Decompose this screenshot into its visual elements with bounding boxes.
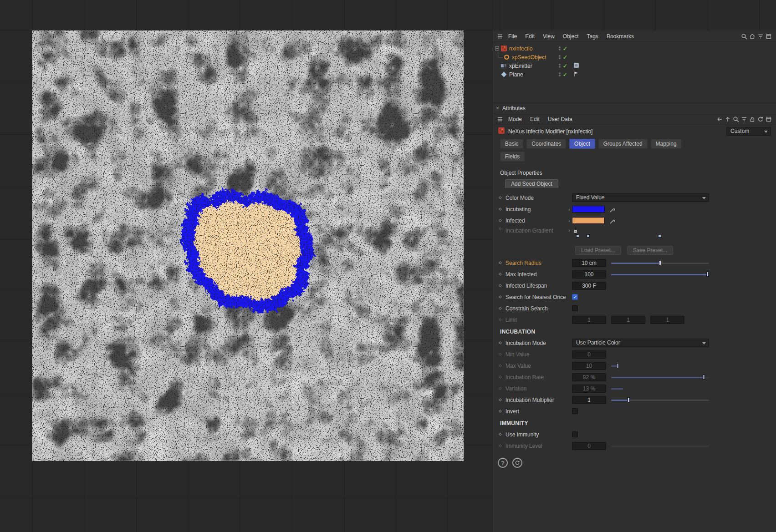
panel-icon[interactable] bbox=[765, 32, 773, 41]
menu-mode[interactable]: Mode bbox=[504, 116, 526, 122]
add-seed-object-button[interactable]: Add Seed Object bbox=[505, 179, 558, 188]
tab-object[interactable]: Object bbox=[569, 139, 595, 149]
plane-flag-icon[interactable] bbox=[573, 71, 579, 78]
search-nearest-checkbox[interactable]: ✓ bbox=[572, 294, 578, 300]
visibility-dots[interactable] bbox=[559, 46, 561, 51]
collapse-toggle-icon[interactable]: − bbox=[495, 46, 499, 51]
tab-basic[interactable]: Basic bbox=[500, 139, 523, 149]
gradient-knot-icon[interactable] bbox=[574, 230, 577, 233]
tree-row-plane[interactable]: Plane ✓ bbox=[492, 70, 776, 79]
save-preset-button[interactable]: Save Preset... bbox=[627, 246, 673, 255]
use-immunity-checkbox[interactable]: ✓ bbox=[572, 431, 578, 437]
filter-icon[interactable] bbox=[740, 115, 748, 123]
incubation-rate-slider[interactable] bbox=[611, 374, 709, 380]
viewport-render[interactable] bbox=[32, 30, 464, 461]
panel-menu-icon[interactable] bbox=[496, 32, 504, 41]
up-arrow-icon[interactable] bbox=[724, 115, 732, 123]
invert-checkbox[interactable]: ✓ bbox=[572, 408, 578, 414]
chevron-down-icon bbox=[764, 131, 768, 133]
search-radius-slider[interactable] bbox=[611, 260, 709, 266]
menu-object[interactable]: Object bbox=[559, 33, 583, 40]
reset-icon[interactable] bbox=[512, 458, 522, 468]
tree-item-label[interactable]: xpSeedObject bbox=[512, 54, 546, 61]
enabled-check-icon[interactable]: ✓ bbox=[563, 54, 567, 61]
visibility-dots[interactable] bbox=[559, 72, 561, 77]
eyedropper-icon[interactable] bbox=[609, 217, 615, 224]
visibility-dots[interactable] bbox=[559, 63, 561, 68]
enabled-check-icon[interactable]: ✓ bbox=[563, 63, 567, 69]
variation-slider[interactable] bbox=[611, 385, 709, 392]
menu-view[interactable]: View bbox=[539, 33, 559, 40]
search-icon[interactable] bbox=[732, 115, 740, 123]
max-infected-field[interactable]: 100 bbox=[572, 270, 606, 279]
tree-row-xpemitter[interactable]: xpEmitter ✓ bbox=[492, 61, 776, 70]
emitter-tag-icon[interactable] bbox=[573, 62, 579, 70]
section-title-object-properties: Object Properties bbox=[492, 167, 776, 178]
variation-field[interactable]: 13 % bbox=[572, 385, 606, 393]
gradient-handle-icon[interactable] bbox=[576, 234, 579, 238]
color-mode-dropdown[interactable]: Fixed Value bbox=[572, 193, 709, 202]
immunity-level-slider[interactable] bbox=[611, 443, 709, 449]
constrain-search-checkbox[interactable]: ✓ bbox=[572, 305, 578, 311]
infected-color-swatch[interactable] bbox=[572, 217, 605, 224]
preset-dropdown[interactable]: Custom bbox=[726, 127, 771, 136]
visibility-dots[interactable] bbox=[559, 55, 561, 60]
incubation-rate-field[interactable]: 92 % bbox=[572, 373, 606, 381]
search-radius-field[interactable]: 10 cm bbox=[572, 259, 606, 267]
help-icon[interactable]: ? bbox=[498, 458, 508, 468]
limit-x-field[interactable]: 1 bbox=[572, 316, 606, 324]
load-preset-button[interactable]: Load Preset... bbox=[575, 246, 621, 255]
immunity-level-field[interactable]: 0 bbox=[572, 442, 606, 450]
new-panel-icon[interactable] bbox=[765, 115, 773, 123]
tab-groups-affected[interactable]: Groups Affected bbox=[598, 139, 648, 149]
expand-chevron-icon[interactable]: › bbox=[568, 218, 572, 223]
incubation-gradient-bar[interactable] bbox=[575, 227, 576, 234]
menu-edit[interactable]: Edit bbox=[526, 116, 544, 122]
tree-item-label[interactable]: xpEmitter bbox=[509, 63, 532, 69]
gradient-handle-icon[interactable] bbox=[658, 234, 661, 238]
gradient-handle-icon[interactable] bbox=[587, 234, 590, 238]
menu-user-data[interactable]: User Data bbox=[544, 116, 577, 122]
param-row-min-value: Min Value 0 bbox=[492, 349, 776, 360]
close-icon[interactable]: × bbox=[496, 105, 502, 111]
max-value-field[interactable]: 10 bbox=[572, 362, 606, 370]
attributes-header: × Attributes bbox=[492, 103, 776, 113]
eyedropper-icon[interactable] bbox=[609, 206, 615, 213]
panel-menu-icon[interactable] bbox=[496, 115, 504, 123]
incubation-multiplier-slider[interactable] bbox=[611, 397, 709, 403]
incubating-color-swatch[interactable] bbox=[572, 206, 605, 213]
infected-lifespan-field[interactable]: 300 F bbox=[572, 282, 606, 290]
lock-icon[interactable] bbox=[748, 115, 756, 123]
search-icon[interactable] bbox=[740, 32, 748, 41]
tree-row-nxinfectio[interactable]: − nxInfectio ✓ bbox=[492, 44, 776, 53]
infectio-object-icon bbox=[500, 45, 508, 52]
tab-mapping[interactable]: Mapping bbox=[651, 139, 682, 149]
refresh-icon[interactable] bbox=[756, 115, 765, 123]
back-arrow-icon[interactable] bbox=[715, 115, 724, 123]
filter-icon[interactable] bbox=[756, 32, 765, 41]
tree-item-label[interactable]: Plane bbox=[509, 71, 523, 78]
expand-chevron-icon[interactable]: › bbox=[568, 228, 572, 233]
tree-item-label[interactable]: nxInfectio bbox=[509, 46, 532, 52]
expand-chevron-icon[interactable]: › bbox=[568, 207, 572, 212]
incubation-mode-dropdown[interactable]: Use Particle Color bbox=[572, 339, 709, 347]
tree-row-xpseedobject[interactable]: xpSeedObject ✓ bbox=[492, 53, 776, 61]
menu-file[interactable]: File bbox=[504, 33, 521, 40]
menu-tags[interactable]: Tags bbox=[583, 33, 602, 40]
tab-fields[interactable]: Fields bbox=[500, 152, 525, 162]
incubation-multiplier-field[interactable]: 1 bbox=[572, 396, 606, 404]
menu-bookmarks[interactable]: Bookmarks bbox=[602, 33, 638, 40]
min-value-field[interactable]: 0 bbox=[572, 350, 606, 359]
limit-z-field[interactable]: 1 bbox=[650, 316, 684, 324]
limit-y-field[interactable]: 1 bbox=[611, 316, 645, 324]
attribute-tabs: Basic Coordinates Object Groups Affected… bbox=[492, 137, 776, 167]
enabled-check-icon[interactable]: ✓ bbox=[563, 71, 567, 78]
enabled-check-icon[interactable]: ✓ bbox=[563, 46, 567, 52]
tab-coordinates[interactable]: Coordinates bbox=[526, 139, 566, 149]
home-icon[interactable] bbox=[748, 32, 756, 41]
object-manager-panel: File Edit View Object Tags Bookmarks − bbox=[492, 30, 776, 103]
max-value-slider[interactable] bbox=[611, 363, 709, 369]
menu-edit[interactable]: Edit bbox=[521, 33, 539, 40]
param-bullet bbox=[499, 387, 505, 390]
max-infected-slider[interactable] bbox=[611, 271, 709, 278]
